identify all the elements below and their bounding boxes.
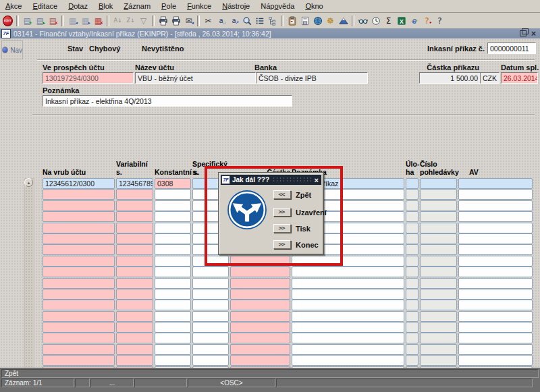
- table-cell[interactable]: 123456789: [116, 178, 153, 189]
- send-mail-button[interactable]: ✉◂: [183, 14, 194, 27]
- table-cell[interactable]: [116, 189, 153, 200]
- table-cell[interactable]: [458, 211, 533, 222]
- table-cell[interactable]: [116, 333, 153, 343]
- paste-item-button[interactable]: a↗: [228, 14, 240, 27]
- amount-field[interactable]: 1 500.00: [419, 72, 481, 84]
- table-cell[interactable]: [420, 278, 457, 289]
- table-cell[interactable]: [406, 200, 418, 211]
- table-cell[interactable]: [406, 333, 418, 343]
- previous-block-button[interactable]: ▦◂: [67, 14, 78, 27]
- table-cell[interactable]: [292, 355, 404, 366]
- help-button[interactable]: ?: [434, 14, 446, 27]
- table-cell[interactable]: [292, 344, 404, 355]
- print-preview-button[interactable]: [170, 14, 182, 27]
- sum-button[interactable]: Σ: [383, 14, 394, 27]
- table-cell[interactable]: [230, 355, 290, 366]
- scroll-up-icon[interactable]: ▲: [24, 178, 33, 187]
- table-cell[interactable]: [420, 344, 457, 355]
- cut-button[interactable]: ✂: [202, 14, 214, 27]
- table-cell[interactable]: [43, 333, 115, 343]
- table-cell[interactable]: [155, 300, 191, 310]
- table-cell[interactable]: [116, 256, 153, 267]
- menu-item-2[interactable]: Dotaz: [63, 1, 93, 11]
- dialog-close-icon[interactable]: ×: [315, 177, 319, 184]
- table-cell[interactable]: [420, 322, 457, 333]
- table-cell[interactable]: [155, 200, 191, 211]
- table-cell[interactable]: [230, 289, 290, 300]
- table-cell[interactable]: [43, 256, 115, 267]
- duplicate-record-button[interactable]: ▤▸: [34, 14, 46, 27]
- table-cell[interactable]: [292, 322, 404, 333]
- table-cell[interactable]: [192, 311, 229, 322]
- table-cell[interactable]: [230, 256, 290, 267]
- table-cell[interactable]: [155, 311, 191, 322]
- table-cell[interactable]: [116, 289, 153, 300]
- table-cell[interactable]: [155, 289, 191, 300]
- table-cell[interactable]: [192, 267, 229, 277]
- account-name-field[interactable]: VBU - běžný účet: [135, 72, 256, 84]
- table-cell[interactable]: [43, 344, 115, 355]
- currency-field[interactable]: CZK: [480, 72, 500, 84]
- table-cell[interactable]: [116, 278, 153, 289]
- table-cell[interactable]: [292, 311, 404, 322]
- exit-button[interactable]: EXIT: [2, 14, 14, 27]
- konec-button[interactable]: >>: [273, 240, 291, 249]
- table-cell[interactable]: [406, 189, 418, 200]
- table-cell[interactable]: [420, 223, 457, 233]
- table-cell[interactable]: [43, 211, 115, 222]
- globe-button[interactable]: [312, 14, 323, 27]
- table-cell[interactable]: [155, 278, 191, 289]
- table-cell[interactable]: [116, 300, 153, 310]
- table-cell[interactable]: [116, 344, 153, 355]
- table-cell[interactable]: [458, 267, 533, 277]
- table-cell[interactable]: [230, 267, 290, 277]
- table-cell[interactable]: [155, 333, 191, 343]
- list-values-button[interactable]: [254, 14, 265, 27]
- tree-view-button[interactable]: [267, 14, 278, 27]
- table-cell[interactable]: [155, 244, 191, 255]
- nav-tab[interactable]: Nav: [1, 40, 23, 59]
- table-cell[interactable]: [43, 200, 115, 211]
- table-cell[interactable]: [406, 355, 418, 366]
- table-cell[interactable]: [458, 244, 533, 255]
- table-cell[interactable]: [43, 267, 115, 277]
- close-window-icon[interactable]: ×: [531, 30, 536, 37]
- delete-record-button[interactable]: ▤×: [47, 14, 59, 27]
- table-cell[interactable]: [458, 322, 533, 333]
- zpet-button[interactable]: <<: [273, 190, 291, 199]
- table-cell[interactable]: [116, 267, 153, 277]
- table-cell[interactable]: [192, 278, 229, 289]
- table-cell[interactable]: [420, 311, 457, 322]
- menu-item-6[interactable]: Funkce: [182, 1, 217, 11]
- table-cell[interactable]: 0308: [155, 178, 191, 189]
- table-cell[interactable]: [406, 322, 418, 333]
- table-cell[interactable]: [230, 300, 290, 310]
- table-cell[interactable]: [420, 355, 457, 366]
- document-button[interactable]: [299, 14, 310, 27]
- table-cell[interactable]: [43, 300, 115, 310]
- table-cell[interactable]: [458, 311, 533, 322]
- menu-item-5[interactable]: Pole: [156, 1, 182, 11]
- table-cell[interactable]: [43, 355, 115, 366]
- table-cell[interactable]: [458, 178, 533, 189]
- table-cell[interactable]: [420, 244, 457, 255]
- table-cell[interactable]: [292, 278, 404, 289]
- table-cell[interactable]: [43, 233, 115, 244]
- table-cell[interactable]: [406, 289, 418, 300]
- table-cell[interactable]: [192, 344, 229, 355]
- helm-wheel-button[interactable]: ☸: [325, 14, 336, 27]
- table-cell[interactable]: [116, 200, 153, 211]
- table-cell[interactable]: [406, 178, 418, 189]
- menu-item-1[interactable]: Editace: [27, 1, 63, 11]
- table-cell[interactable]: [406, 344, 418, 355]
- table-cell[interactable]: [43, 322, 115, 333]
- table-cell[interactable]: [230, 333, 290, 343]
- print-button[interactable]: [157, 14, 169, 27]
- order-no-field[interactable]: 0000000011: [487, 43, 536, 54]
- table-cell[interactable]: [116, 223, 153, 233]
- excel-export-button[interactable]: [396, 14, 407, 27]
- table-cell[interactable]: [406, 267, 418, 277]
- table-cell[interactable]: [458, 256, 533, 267]
- filter-button[interactable]: ▽: [138, 14, 149, 27]
- table-cell[interactable]: [155, 211, 191, 222]
